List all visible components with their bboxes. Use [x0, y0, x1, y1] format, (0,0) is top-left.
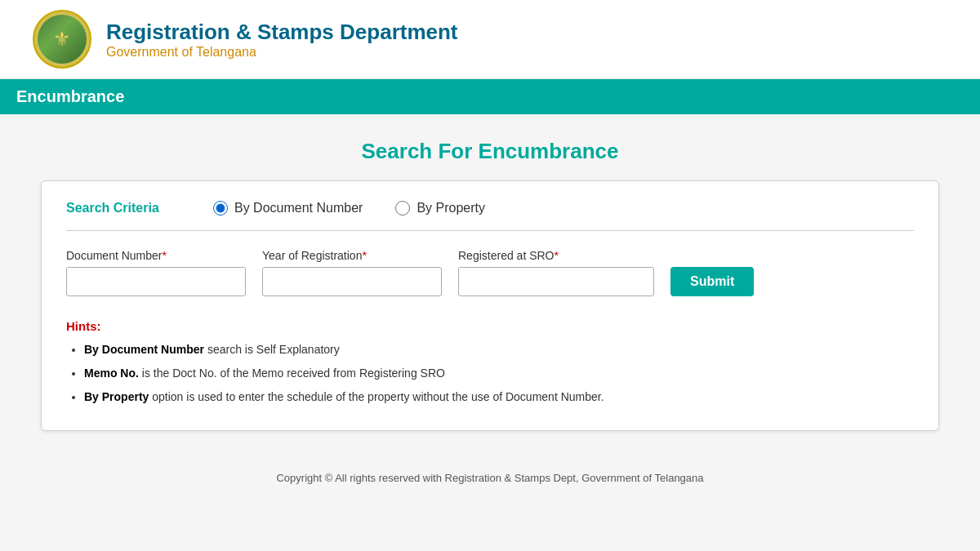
nav-bar: Encumbrance: [0, 79, 980, 114]
hint-item-2: Memo No. is the Doct No. of the Memo rec…: [84, 365, 914, 382]
radio-doc-num-input[interactable]: [213, 201, 228, 216]
doc-num-field-group: Document Number*: [66, 249, 246, 296]
footer-text: Copyright © All rights reserved with Reg…: [276, 472, 703, 484]
hint-3-rest: option is used to enter the schedule of …: [149, 390, 604, 403]
sro-input[interactable]: [458, 267, 654, 296]
year-input[interactable]: [262, 267, 442, 296]
hint-item-3: By Property option is used to enter the …: [84, 389, 914, 406]
header-text: Registration & Stamps Department Governm…: [106, 20, 458, 60]
doc-num-label: Document Number*: [66, 249, 246, 262]
hints-section: Hints: By Document Number search is Self…: [66, 319, 914, 406]
page-header: Registration & Stamps Department Governm…: [0, 0, 980, 79]
hints-list: By Document Number search is Self Explan…: [66, 341, 914, 406]
govt-name: Government of Telangana: [106, 45, 458, 60]
year-field-group: Year of Registration*: [262, 249, 442, 296]
radio-by-doc-num[interactable]: By Document Number: [213, 201, 363, 216]
hint-1-bold: By Document Number: [84, 343, 204, 356]
radio-by-property[interactable]: By Property: [395, 201, 485, 216]
form-fields-row: Document Number* Year of Registration* R…: [66, 249, 914, 296]
submit-button[interactable]: Submit: [670, 267, 754, 296]
radio-property-input[interactable]: [395, 201, 410, 216]
page-title: Search For Encumbrance: [362, 139, 619, 164]
radio-doc-num-label: By Document Number: [234, 201, 363, 216]
search-card: Search Criteria By Document Number By Pr…: [41, 180, 939, 431]
hints-title: Hints:: [66, 319, 914, 333]
nav-bar-title: Encumbrance: [16, 87, 124, 105]
logo-emblem: [38, 15, 87, 64]
year-required: *: [362, 249, 366, 262]
hint-2-bold: Memo No.: [84, 367, 139, 380]
hint-3-bold: By Property: [84, 390, 149, 403]
doc-num-required: *: [163, 249, 167, 262]
sro-label: Registered at SRO*: [458, 249, 654, 262]
sro-field-group: Registered at SRO*: [458, 249, 654, 296]
main-content: Search For Encumbrance Search Criteria B…: [0, 114, 980, 525]
logo: [33, 10, 91, 69]
search-criteria-label: Search Criteria: [66, 201, 180, 216]
sro-required: *: [555, 249, 559, 262]
footer: Copyright © All rights reserved with Reg…: [260, 455, 719, 500]
radio-property-label: By Property: [416, 201, 485, 216]
doc-num-input[interactable]: [66, 267, 246, 296]
dept-name: Registration & Stamps Department: [106, 20, 458, 45]
hint-2-rest: is the Doct No. of the Memo received fro…: [139, 367, 445, 380]
year-label: Year of Registration*: [262, 249, 442, 262]
hint-1-rest: search is Self Explanatory: [204, 343, 340, 356]
hint-item-1: By Document Number search is Self Explan…: [84, 341, 914, 358]
search-criteria-row: Search Criteria By Document Number By Pr…: [66, 201, 914, 231]
